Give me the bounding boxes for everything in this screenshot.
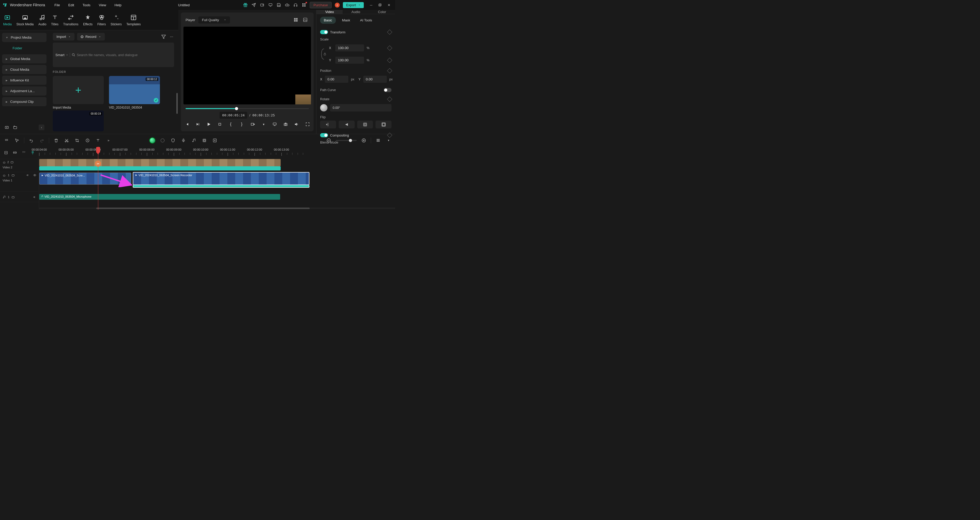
clip-v1-b[interactable]: VID_20241010_063504_Screen Recorder xyxy=(133,172,309,185)
flip-v-button[interactable] xyxy=(339,120,355,128)
ruler[interactable]: 00:00:04:0000:00:05:0000:00:06:0000:00:0… xyxy=(39,146,395,159)
h-scrollbar[interactable] xyxy=(39,208,395,209)
flip-h-button[interactable] xyxy=(320,120,336,128)
filter-icon[interactable] xyxy=(161,34,166,40)
link-icon[interactable] xyxy=(11,149,18,156)
zoom-in-button[interactable] xyxy=(360,137,367,144)
view-dropdown[interactable]: ▼ xyxy=(385,137,392,144)
right-tab-video[interactable]: Video xyxy=(317,10,343,14)
marker-icon[interactable] xyxy=(201,137,208,144)
mic-icon[interactable] xyxy=(180,137,187,144)
right-tab-color[interactable]: Color xyxy=(369,10,395,14)
keyframe-icon[interactable] xyxy=(387,45,392,51)
crop-button[interactable] xyxy=(74,137,81,144)
keyframe-icon[interactable] xyxy=(387,58,392,63)
tab-audio[interactable]: Audio xyxy=(38,13,47,28)
tab-stock-media[interactable]: Stock Media xyxy=(16,13,34,28)
view-mode-button[interactable] xyxy=(375,137,382,144)
search-input[interactable] xyxy=(77,53,172,57)
export-button[interactable]: Export xyxy=(343,2,364,8)
transform-toggle[interactable] xyxy=(320,30,328,34)
current-time[interactable]: 00:00:05:24 xyxy=(220,112,247,119)
mark-in-button[interactable]: { xyxy=(228,121,234,128)
sidebar-item-compound[interactable]: ▶Compound Clip xyxy=(2,97,46,106)
track-head-v2[interactable]: 2 Video 2 xyxy=(0,159,39,172)
minimize-button[interactable]: ─ xyxy=(368,2,375,8)
clip-audio[interactable]: VID_20241010_063504_Microphone xyxy=(39,194,280,200)
close-button[interactable]: ✕ xyxy=(385,2,393,8)
tab-transitions[interactable]: Transitions xyxy=(63,13,79,28)
rotate-knob[interactable] xyxy=(320,104,328,111)
sidebar-item-folder[interactable]: Folder xyxy=(2,44,46,53)
avatar[interactable]: c xyxy=(335,3,340,8)
import-dropdown[interactable]: Import xyxy=(53,33,75,40)
video-preview[interactable] xyxy=(183,27,311,105)
headset-icon[interactable] xyxy=(293,2,298,8)
play-button[interactable] xyxy=(205,121,212,128)
folder-icon[interactable] xyxy=(11,195,14,199)
tab-filters[interactable]: Filters xyxy=(97,13,107,28)
scrollbar-thumb[interactable] xyxy=(177,93,178,114)
send-icon[interactable] xyxy=(251,2,256,8)
smart-dropdown[interactable]: Smart xyxy=(56,53,68,57)
fit-button[interactable] xyxy=(357,120,373,128)
track-v1[interactable]: VID_20241010_063504_Scre... VID_20241010… xyxy=(39,172,395,191)
lock-icon[interactable] xyxy=(323,52,326,55)
keyframe-icon[interactable] xyxy=(387,68,392,73)
delete-button[interactable] xyxy=(53,137,60,144)
fill-button[interactable] xyxy=(375,120,391,128)
transform-header[interactable]: Transform xyxy=(320,29,391,36)
clip-v2-audio[interactable] xyxy=(39,166,281,170)
select-icon[interactable] xyxy=(14,137,21,144)
media-clip-1[interactable]: 00:00:12✓ VID_20241010_063504 xyxy=(109,76,160,109)
snapshot-button[interactable] xyxy=(282,121,289,128)
track-head-a1[interactable]: 1 xyxy=(0,192,39,202)
menu-edit[interactable]: Edit xyxy=(65,2,78,9)
subtab-basic[interactable]: Basic xyxy=(320,17,336,24)
zoom-slider[interactable] xyxy=(336,140,357,141)
add-track-icon[interactable] xyxy=(3,149,10,156)
image-view-icon[interactable] xyxy=(302,16,309,24)
text-button[interactable] xyxy=(95,137,102,144)
cut-button[interactable] xyxy=(63,137,70,144)
subtab-mask[interactable]: Mask xyxy=(339,17,354,24)
tab-titles[interactable]: Titles xyxy=(51,13,59,28)
wallet-icon[interactable] xyxy=(259,2,265,8)
audio-mix-icon[interactable] xyxy=(191,137,197,144)
right-tab-audio[interactable]: Audio xyxy=(343,10,369,14)
collapse-button[interactable]: ‹ xyxy=(39,125,45,130)
more-icon[interactable]: ⋯ xyxy=(169,34,174,40)
menu-help[interactable]: Help xyxy=(111,2,125,9)
sidebar-item-influence-kit[interactable]: ▶Influence Kit xyxy=(2,76,46,85)
record-dropdown[interactable]: Record xyxy=(77,33,105,40)
media-clip-2[interactable]: 00:00:19 xyxy=(53,110,104,131)
ai-button[interactable] xyxy=(149,137,156,144)
tab-templates[interactable]: Templates xyxy=(126,13,142,28)
redo-button[interactable] xyxy=(38,137,45,144)
maximize-button[interactable] xyxy=(376,2,383,8)
sidebar-item-project-media[interactable]: ▼Project Media xyxy=(2,33,46,42)
pos-x-input[interactable] xyxy=(325,76,348,83)
mute-icon[interactable] xyxy=(33,195,36,199)
import-card[interactable]: + Import Media xyxy=(53,76,104,109)
folder-icon[interactable] xyxy=(11,174,14,177)
speed-button[interactable] xyxy=(84,137,91,144)
scissors-icon[interactable]: ✂ xyxy=(95,160,101,167)
add-icon[interactable] xyxy=(212,137,218,144)
apps-icon[interactable] xyxy=(301,2,307,8)
ratio-button[interactable] xyxy=(249,121,256,128)
mute-icon[interactable] xyxy=(26,174,30,177)
cloud-icon[interactable] xyxy=(285,2,290,8)
grid-view-icon[interactable] xyxy=(292,16,299,24)
pathcurve-toggle[interactable] xyxy=(383,88,391,92)
clip-v1-b-audio[interactable] xyxy=(133,185,309,188)
grid-icon[interactable] xyxy=(3,137,10,144)
gift-icon[interactable] xyxy=(243,2,248,8)
prev-frame-button[interactable] xyxy=(183,121,190,128)
keyframe-icon[interactable] xyxy=(387,30,392,35)
eye-icon[interactable] xyxy=(33,174,36,177)
undo-button[interactable] xyxy=(28,137,35,144)
expand-icon[interactable]: » xyxy=(105,137,112,144)
rotate-value[interactable]: 0.00° xyxy=(330,104,391,111)
stop-button[interactable] xyxy=(216,121,223,128)
